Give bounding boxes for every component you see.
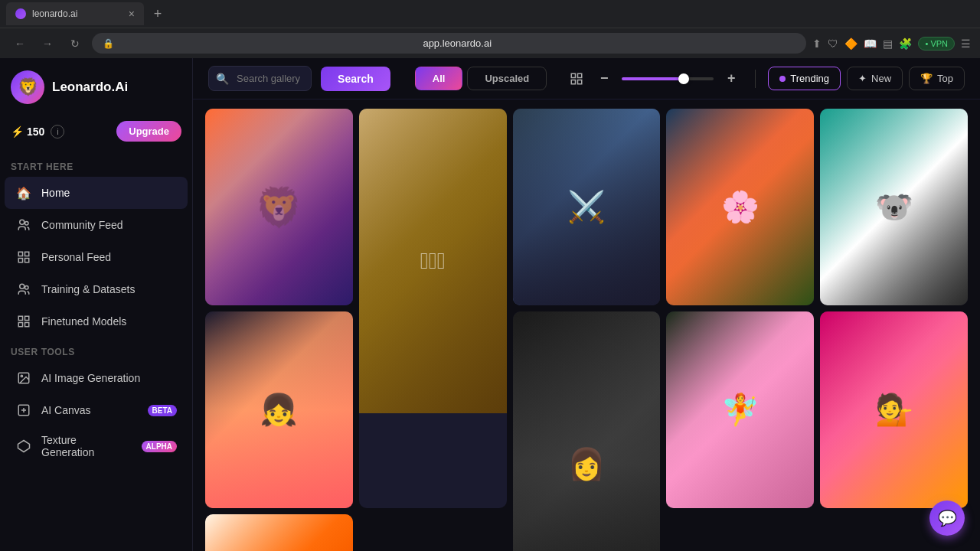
expand-btn[interactable]: ⤢: [325, 115, 347, 136]
gallery-item[interactable]: 👧 ⊞ ⊘ ⤢: [205, 311, 353, 508]
filter-all-tab[interactable]: All: [415, 67, 463, 90]
action-btn-1[interactable]: ⊞: [325, 520, 347, 542]
divider: [755, 70, 756, 88]
extensions-icon[interactable]: 🧩: [899, 37, 912, 50]
action-btn-2[interactable]: ⊘: [916, 318, 937, 339]
app-name: Leonardo.Ai: [52, 80, 128, 95]
svg-point-6: [20, 284, 24, 289]
svg-rect-3: [25, 252, 29, 256]
zoom-out-button[interactable]: −: [593, 67, 616, 90]
sidebar-item-label: Finetuned Models: [41, 315, 126, 328]
svg-rect-5: [25, 259, 29, 262]
ai-image-icon: [15, 370, 32, 386]
action-btn-2[interactable]: ⊘: [608, 115, 629, 136]
sort-top-button[interactable]: 🏆 Top: [909, 67, 965, 90]
chat-bubble-button[interactable]: 💬: [929, 500, 965, 536]
expand-btn[interactable]: ⤢: [325, 318, 347, 339]
expand-btn[interactable]: ⤢: [940, 318, 962, 339]
sidebar-item-ai-canvas[interactable]: AI Canvas BETA: [5, 394, 188, 426]
svg-rect-19: [578, 80, 582, 83]
gallery-area: 🦁 ⊞ ⊘ ⤢ 𓂀𓃰𓅓 ⊞: [193, 99, 980, 551]
grid-controls: −: [565, 67, 616, 90]
sidebar-item-community-feed[interactable]: Community Feed: [5, 209, 188, 241]
community-icon: [15, 217, 32, 233]
action-btn-1[interactable]: ⊘: [608, 318, 629, 339]
gallery-item[interactable]: 🌺 ⊞: [205, 514, 353, 551]
sidebar-item-finetuned[interactable]: Finetuned Models: [5, 305, 188, 337]
sidebar-item-personal-feed[interactable]: Personal Feed: [5, 241, 188, 273]
back-button[interactable]: ←: [9, 33, 31, 54]
token-value: 150: [27, 126, 44, 138]
expand-btn[interactable]: ⤢: [786, 318, 808, 339]
address-input[interactable]: 🔒 app.leonardo.ai: [92, 33, 806, 54]
gallery-grid: 🦁 ⊞ ⊘ ⤢ 𓂀𓃰𓅓 ⊞: [205, 109, 968, 551]
gallery-item[interactable]: 🧚 ⊞ ⊘ ⤢: [666, 311, 814, 508]
shield-icon[interactable]: 🛡: [828, 37, 838, 50]
action-btn-1[interactable]: ⊞: [737, 318, 759, 339]
action-btn-2[interactable]: ⊘: [301, 318, 322, 339]
trending-dot: [779, 76, 786, 82]
menu-icon[interactable]: ☰: [961, 37, 971, 50]
main-content: 🔍 Search All Upscaled −: [193, 58, 980, 551]
tab-close-icon[interactable]: ×: [129, 8, 135, 20]
search-button[interactable]: Search: [321, 67, 390, 91]
action-btn-1[interactable]: ⊞: [891, 318, 913, 339]
browser-tab[interactable]: leonardo.ai ×: [6, 2, 144, 25]
new-tab-button[interactable]: +: [147, 3, 168, 24]
zoom-slider[interactable]: [622, 77, 714, 80]
action-btn-2[interactable]: ⊘: [916, 115, 937, 136]
expand-btn[interactable]: ⤢: [786, 115, 808, 136]
gallery-item[interactable]: 💁 ⊞ ⊘ ⤢: [820, 311, 968, 508]
sidebar-item-texture[interactable]: Texture Generation ALPHA: [5, 426, 188, 466]
reader-icon[interactable]: ▤: [883, 37, 893, 50]
action-btn-1[interactable]: ⊞: [737, 115, 759, 136]
sidebar-item-label: Training & Datasets: [41, 283, 135, 295]
gallery-item[interactable]: 𓂀𓃰𓅓 ⊞ ⤢: [359, 109, 507, 508]
refresh-button[interactable]: ↻: [64, 33, 86, 54]
expand-btn[interactable]: ⤢: [479, 115, 501, 136]
ai-canvas-icon: [15, 402, 32, 419]
svg-rect-4: [18, 259, 22, 262]
sidebar-item-label: AI Image Generation: [41, 372, 140, 384]
gallery-item[interactable]: 👩 ⊘ ⤢: [513, 311, 661, 551]
sort-trending-button[interactable]: Trending: [768, 67, 841, 90]
svg-point-0: [20, 220, 24, 224]
sidebar-item-label: AI Canvas: [41, 404, 91, 416]
upgrade-button[interactable]: Upgrade: [116, 121, 181, 142]
gallery-item[interactable]: 🐨 ⊞ ⊘ ⤢: [820, 109, 968, 305]
action-btn-2[interactable]: ⊘: [762, 318, 783, 339]
favicon-icon: [15, 8, 26, 19]
right-controls: − + Trending ✦ New 🏆 Top: [556, 67, 965, 90]
bookmark-icon[interactable]: 📖: [864, 37, 877, 50]
action-btn-2[interactable]: ⊘: [762, 115, 783, 136]
forward-button[interactable]: →: [37, 33, 58, 54]
sidebar-item-training[interactable]: Training & Datasets: [5, 273, 188, 305]
action-btn-1[interactable]: ⊞: [455, 115, 476, 136]
action-btn-2[interactable]: ⊘: [301, 115, 322, 136]
gallery-item[interactable]: ⚔️ ⊞ ⊘ ⤢: [513, 109, 661, 305]
expand-btn[interactable]: ⤢: [940, 115, 962, 136]
action-btn-1[interactable]: ⊞: [276, 115, 298, 136]
zoom-in-button[interactable]: +: [720, 67, 743, 90]
zoom-slider-wrap: [622, 77, 714, 80]
alpha-badge: ALPHA: [142, 441, 177, 452]
svg-rect-11: [25, 323, 29, 327]
action-btn-1[interactable]: ⊞: [276, 318, 298, 339]
action-btn-1[interactable]: ⊞: [891, 115, 913, 136]
grid-view-button[interactable]: [565, 67, 588, 90]
home-icon: 🏠: [15, 184, 32, 201]
sidebar-item-home[interactable]: 🏠 Home: [5, 177, 188, 209]
expand-btn[interactable]: ⤢: [632, 115, 654, 136]
sort-new-button[interactable]: ✦ New: [847, 67, 903, 90]
gallery-item[interactable]: 🦁 ⊞ ⊘ ⤢: [205, 109, 353, 305]
url-text: app.leonardo.ai: [119, 37, 795, 49]
sidebar-item-ai-image[interactable]: AI Image Generation: [5, 362, 188, 394]
info-icon[interactable]: i: [51, 125, 64, 139]
expand-btn[interactable]: ⤢: [632, 318, 654, 339]
action-btn-1[interactable]: ⊞: [583, 115, 605, 136]
brave-icon[interactable]: 🔶: [844, 37, 858, 50]
share-icon[interactable]: ⬆: [812, 37, 822, 50]
filter-upscaled-tab[interactable]: Upscaled: [467, 67, 547, 90]
gallery-item[interactable]: 🌸 ⊞ ⊘ ⤢: [666, 109, 814, 305]
sidebar-item-label: Personal Feed: [41, 251, 111, 263]
